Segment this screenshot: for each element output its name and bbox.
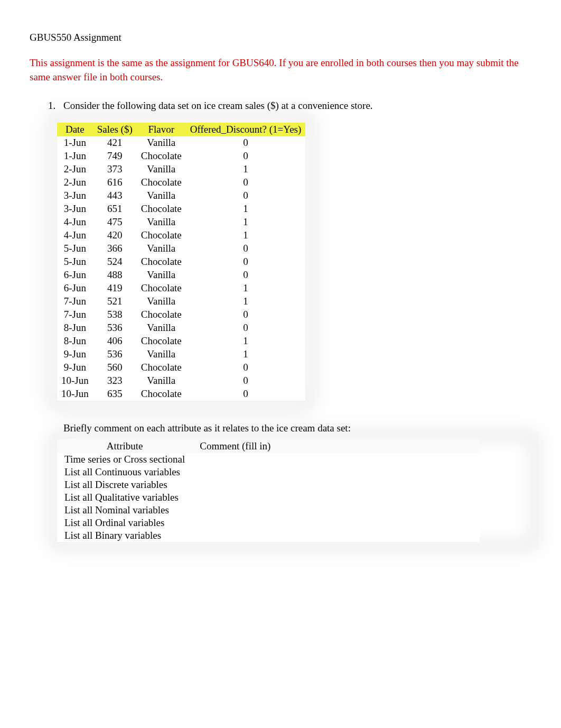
table-row: 2-Jun373Vanilla1 (57, 163, 305, 176)
table-row: 4-Jun475Vanilla1 (57, 216, 305, 229)
cell-flavor: Chocolate (137, 176, 186, 189)
table-row: 8-Jun406Chocolate1 (57, 335, 305, 348)
table-header-row: Date Sales ($) Flavor Offered_Discount? … (57, 123, 305, 136)
cell-date: 10-Jun (57, 388, 93, 401)
cell-sales: 366 (93, 242, 137, 255)
cell-date: 10-Jun (57, 374, 93, 388)
cell-sales: 373 (93, 163, 137, 176)
cell-sales: 406 (93, 335, 137, 348)
table-row: 5-Jun366Vanilla0 (57, 242, 305, 255)
cell-sales: 420 (93, 229, 137, 242)
cell-date: 1-Jun (57, 136, 93, 150)
cell-sales: 538 (93, 308, 137, 321)
attr-row: List all Continuous variables (57, 466, 480, 478)
cell-date: 6-Jun (57, 269, 93, 282)
cell-discount: 1 (186, 295, 306, 308)
cell-sales: 488 (93, 269, 137, 282)
attr-label: List all Ordinal variables (57, 517, 192, 529)
table-row: 9-Jun560Chocolate0 (57, 361, 305, 374)
cell-flavor: Chocolate (137, 282, 186, 295)
cell-sales: 560 (93, 361, 137, 374)
col-comment: Comment (fill in) (192, 439, 480, 453)
question-list: Consider the following data set on ice c… (30, 99, 531, 542)
cell-sales: 475 (93, 216, 137, 229)
cell-discount: 0 (186, 255, 306, 269)
cell-discount: 0 (186, 242, 306, 255)
cell-date: 8-Jun (57, 335, 93, 348)
cell-date: 3-Jun (57, 189, 93, 202)
cell-flavor: Chocolate (137, 202, 186, 216)
attribute-table: Attribute Comment (fill in) Time series … (57, 439, 480, 542)
attr-comment (192, 491, 480, 504)
page-title: GBUS550 Assignment (30, 32, 531, 43)
attr-comment (192, 478, 480, 491)
cell-sales: 635 (93, 388, 137, 401)
cell-discount: 0 (186, 189, 306, 202)
cell-discount: 1 (186, 282, 306, 295)
comment-prompt: Briefly comment on each attribute as it … (63, 422, 531, 434)
cell-sales: 524 (93, 255, 137, 269)
cell-discount: 0 (186, 150, 306, 163)
cell-flavor: Vanilla (137, 136, 186, 150)
table-row: 8-Jun536Vanilla0 (57, 321, 305, 335)
cell-sales: 651 (93, 202, 137, 216)
cell-flavor: Chocolate (137, 229, 186, 242)
cell-discount: 1 (186, 163, 306, 176)
table-row: 3-Jun651Chocolate1 (57, 202, 305, 216)
attr-row: List all Binary variables (57, 529, 480, 542)
cell-date: 7-Jun (57, 308, 93, 321)
cell-date: 2-Jun (57, 163, 93, 176)
cell-flavor: Vanilla (137, 242, 186, 255)
cell-date: 8-Jun (57, 321, 93, 335)
attr-comment (192, 453, 480, 466)
cell-date: 5-Jun (57, 242, 93, 255)
cell-discount: 1 (186, 348, 306, 361)
attr-label: List all Continuous variables (57, 466, 192, 478)
cell-sales: 521 (93, 295, 137, 308)
table-row: 1-Jun749Chocolate0 (57, 150, 305, 163)
table-row: 1-Jun421Vanilla0 (57, 136, 305, 150)
cell-flavor: Vanilla (137, 348, 186, 361)
cell-flavor: Vanilla (137, 216, 186, 229)
cell-sales: 419 (93, 282, 137, 295)
table-row: 7-Jun521Vanilla1 (57, 295, 305, 308)
cell-flavor: Vanilla (137, 295, 186, 308)
question-1-text: Consider the following data set on ice c… (63, 99, 531, 113)
cell-flavor: Chocolate (137, 255, 186, 269)
cell-sales: 421 (93, 136, 137, 150)
cell-sales: 616 (93, 176, 137, 189)
cell-sales: 443 (93, 189, 137, 202)
cell-discount: 0 (186, 269, 306, 282)
attr-comment (192, 529, 480, 542)
cell-discount: 0 (186, 374, 306, 388)
attr-comment (192, 466, 480, 478)
table-row: 4-Jun420Chocolate1 (57, 229, 305, 242)
col-attribute: Attribute (57, 439, 192, 453)
attr-comment (192, 504, 480, 517)
cell-date: 5-Jun (57, 255, 93, 269)
question-1: Consider the following data set on ice c… (58, 99, 531, 542)
cell-date: 2-Jun (57, 176, 93, 189)
attr-row: List all Nominal variables (57, 504, 480, 517)
cell-flavor: Chocolate (137, 361, 186, 374)
cell-discount: 1 (186, 202, 306, 216)
attribute-table-wrap: Attribute Comment (fill in) Time series … (57, 439, 531, 542)
table-row: 7-Jun538Chocolate0 (57, 308, 305, 321)
notice-text: This assignment is the same as the assig… (30, 56, 531, 84)
cell-flavor: Chocolate (137, 335, 186, 348)
col-discount: Offered_Discount? (1=Yes) (186, 123, 306, 136)
cell-discount: 0 (186, 308, 306, 321)
attr-row: List all Discrete variables (57, 478, 480, 491)
cell-flavor: Vanilla (137, 321, 186, 335)
attr-label: List all Discrete variables (57, 478, 192, 491)
cell-date: 4-Jun (57, 229, 93, 242)
col-date: Date (57, 123, 93, 136)
cell-discount: 0 (186, 176, 306, 189)
cell-date: 9-Jun (57, 361, 93, 374)
cell-flavor: Vanilla (137, 163, 186, 176)
cell-discount: 0 (186, 388, 306, 401)
attr-label: List all Nominal variables (57, 504, 192, 517)
table-row: 10-Jun323Vanilla0 (57, 374, 305, 388)
cell-sales: 749 (93, 150, 137, 163)
attr-header-row: Attribute Comment (fill in) (57, 439, 480, 453)
